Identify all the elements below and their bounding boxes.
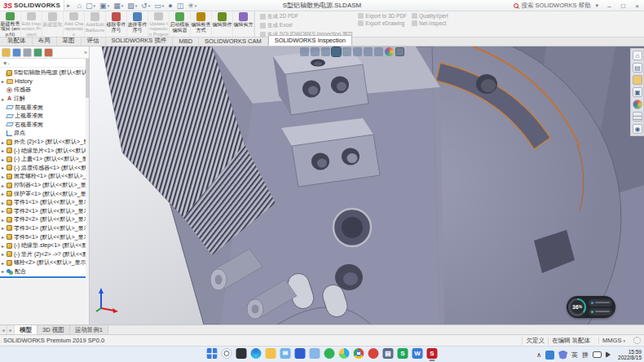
ribbon-button[interactable]: 新建检查项目 (amp;N) — [0, 11, 21, 37]
search-button[interactable] — [222, 348, 232, 359]
tree-item[interactable]: 右视基准面 — [0, 121, 89, 130]
tree-item[interactable]: ▸(-) 绝缘垫.step<1> (默认<<默认> — [0, 241, 89, 250]
tree-rollback-bar[interactable] — [0, 276, 89, 278]
model-tab[interactable]: 3D 视图 — [37, 325, 70, 334]
recorder-button-2[interactable] — [589, 308, 612, 316]
tree-item[interactable]: 原点 — [0, 129, 89, 138]
recorder-button-1[interactable] — [589, 299, 612, 307]
design-library-icon[interactable]: ▤ — [633, 63, 642, 73]
configurationmanager-tab-icon[interactable] — [23, 48, 32, 57]
panel-scrollbar[interactable] — [86, 59, 89, 324]
displaymanager-tab-icon[interactable] — [44, 48, 53, 57]
ribbon-export-item[interactable]: QualityXpert — [412, 13, 448, 19]
touch-keyboard-icon[interactable] — [593, 351, 602, 358]
ribbon-tab[interactable]: 布局 — [33, 36, 57, 46]
mail-icon[interactable]: ✉ — [280, 348, 291, 359]
toolbar-expand-icon[interactable]: ▸ — [67, 2, 70, 9]
ribbon-button[interactable]: 选择零件序号 — [127, 11, 148, 37]
hide-show-items-icon[interactable] — [353, 47, 362, 56]
edge-browser-icon[interactable] — [251, 348, 262, 359]
tray-app-icon[interactable] — [545, 351, 554, 360]
home-icon[interactable]: ⌂ — [76, 2, 83, 10]
ime-pinyin-indicator[interactable]: 拼 — [582, 351, 589, 360]
ribbon-tab[interactable]: 评估 — [82, 36, 106, 46]
ribbon-tab[interactable]: SOLIDWORKS CAM — [199, 37, 268, 46]
dropdown-caret-icon[interactable]: ▾ — [148, 3, 151, 8]
tree-item[interactable]: ▸零件2<2> (默认<<默认>_显示 — [0, 215, 89, 224]
tree-item[interactable]: ▸零件2<1> (默认<<默认>_显示 — [0, 207, 89, 216]
undo-icon[interactable]: ↺▾ — [139, 2, 152, 10]
panel-tab-overflow-icon[interactable]: » — [84, 50, 87, 55]
tree-item[interactable]: ▸零件5<1> (默认<<默认>_显示状态 — [0, 232, 89, 241]
new-file-icon[interactable]: ▢▾ — [84, 2, 97, 10]
task-view-button[interactable] — [236, 348, 247, 359]
s-app-icon[interactable]: S — [398, 348, 408, 359]
display-settings-icon[interactable]: ◫ — [175, 2, 186, 10]
tree-item[interactable]: ▸A注解 — [0, 95, 89, 104]
tree-item[interactable]: ▸保护罩<1> (默认<<默认>_显示状 — [0, 189, 89, 198]
search-caret-icon[interactable]: ▾ — [595, 2, 598, 9]
display-style-icon[interactable] — [342, 47, 351, 56]
solidworks-app-icon[interactable]: S — [427, 348, 438, 359]
graphics-viewport[interactable]: ⌂▤▣◉ 36% — [90, 46, 644, 324]
print-icon[interactable]: ▧▾ — [126, 2, 139, 10]
ribbon-button[interactable]: 编辑实方 — [233, 11, 254, 37]
tree-item[interactable]: ▸外壳 (2)<1> (默认<<默认>_显示状 — [0, 138, 89, 147]
ribbon-tab[interactable]: 装配体 — [2, 36, 33, 46]
zoom-area-icon[interactable] — [311, 47, 320, 56]
view-orientation-icon[interactable] — [332, 47, 341, 56]
ime-lang-indicator[interactable]: 英 — [571, 351, 578, 360]
recorder-overlay[interactable]: 36% — [567, 296, 615, 318]
file-explorer-icon[interactable] — [266, 348, 276, 359]
units-selector[interactable]: MMGS ▾ — [598, 337, 629, 344]
custom-properties-icon[interactable] — [633, 112, 642, 121]
tree-item[interactable]: 上视基准面 — [0, 112, 89, 121]
status-gear-icon[interactable] — [633, 337, 641, 344]
ribbon-tab[interactable]: MBD — [173, 37, 199, 46]
options-gear-icon[interactable]: ✳▾ — [186, 2, 198, 10]
ribbon-tab[interactable]: SOLIDWORKS Inspection — [268, 35, 352, 46]
notes-app-icon[interactable]: ▤ — [383, 348, 394, 359]
tree-item[interactable]: ▸(-) 垫片 (2)<2> ->? (默认<<默认> — [0, 249, 89, 258]
ribbon-export-item[interactable]: Export eDrawing — [358, 20, 407, 26]
tree-item[interactable]: ▸控制器<1> (默认<<默认>_显示状 — [0, 181, 89, 190]
tab-scroll-right-icon[interactable]: ▸ — [7, 325, 15, 334]
dropdown-caret-icon[interactable]: ▾ — [135, 3, 138, 8]
section-view-icon[interactable] — [321, 47, 330, 56]
tray-expand-icon[interactable]: ∧ — [536, 351, 541, 359]
maximize-button[interactable]: □ — [618, 2, 629, 10]
minimize-button[interactable]: – — [604, 2, 615, 10]
open-file-icon[interactable]: ▣▾ — [98, 2, 111, 10]
chrome-icon[interactable] — [354, 348, 364, 359]
dropdown-caret-icon[interactable]: ▾ — [121, 3, 124, 8]
ribbon-button[interactable]: 移除零件序号 — [106, 11, 127, 37]
tree-item[interactable]: ▸螺栓<2> (默认<<默认>_显示状态 — [0, 258, 89, 267]
tree-item[interactable]: ▸配合 — [0, 267, 89, 276]
ribbon-export-item[interactable]: Export to 3D PDF — [358, 13, 407, 19]
dropdown-caret-icon[interactable]: ▾ — [94, 3, 96, 8]
tree-item[interactable]: ▸(-) 温度传感器<1> (默认<<默认>_ — [0, 164, 89, 173]
help-search-box[interactable]: 搜索 SOLIDWORKS 帮助 ▾ — [514, 2, 601, 10]
appearances-icon[interactable] — [633, 99, 642, 109]
start-button[interactable] — [207, 348, 218, 359]
browser-360-icon[interactable] — [339, 348, 350, 359]
ribbon-button[interactable]: 编辑检查方式 — [191, 11, 212, 37]
tree-item[interactable]: S型铝轴散热电源 (默认<默认_显示状态-1 — [0, 68, 89, 77]
screen-capture-icon[interactable] — [395, 47, 404, 56]
ribbon-export-item[interactable]: 生成 2D PDF — [260, 13, 353, 20]
save-icon[interactable]: ▦▾ — [112, 2, 125, 10]
ribbon-button[interactable]: 编辑操作 — [212, 11, 233, 37]
dropdown-caret-icon[interactable]: ▾ — [195, 3, 197, 8]
green-browser-icon[interactable] — [324, 348, 335, 359]
red-app-icon[interactable] — [368, 348, 379, 359]
tab-scroll-left-icon[interactable]: ◂ — [0, 325, 7, 334]
forum-icon[interactable]: ◉ — [633, 124, 642, 134]
file-explorer-icon[interactable] — [633, 75, 642, 85]
ribbon-export-item[interactable]: 生成 Excel — [260, 22, 353, 29]
dimxpertmanager-tab-icon[interactable] — [33, 48, 42, 57]
rebuild-icon[interactable]: ● — [166, 2, 174, 10]
model-tab[interactable]: 运动算例1 — [70, 325, 108, 334]
taskbar-clock[interactable]: 15:59 2022/8/15 — [618, 349, 642, 361]
ribbon-tab[interactable]: 草图 — [57, 36, 82, 46]
ribbon-export-item[interactable]: Net-Inspect — [412, 20, 448, 26]
